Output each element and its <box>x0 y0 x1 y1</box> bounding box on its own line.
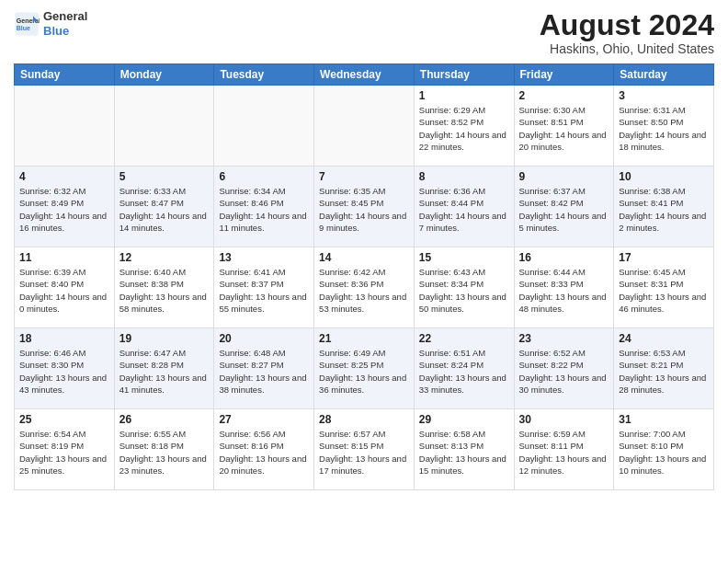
day-cell-3: 3Sunrise: 6:31 AM Sunset: 8:50 PM Daylig… <box>614 86 714 167</box>
day-info: Sunrise: 6:49 AM Sunset: 8:25 PM Dayligh… <box>319 347 409 396</box>
day-cell-5: 5Sunrise: 6:33 AM Sunset: 8:47 PM Daylig… <box>114 167 214 247</box>
week-row-2: 4Sunrise: 6:32 AM Sunset: 8:49 PM Daylig… <box>15 167 714 247</box>
day-cell-6: 6Sunrise: 6:34 AM Sunset: 8:46 PM Daylig… <box>214 167 314 247</box>
day-header-friday: Friday <box>514 64 614 86</box>
day-info: Sunrise: 6:45 AM Sunset: 8:31 PM Dayligh… <box>619 266 709 315</box>
day-cell-15: 15Sunrise: 6:43 AM Sunset: 8:34 PM Dayli… <box>414 247 514 328</box>
day-number: 27 <box>219 413 309 426</box>
day-info: Sunrise: 7:00 AM Sunset: 8:10 PM Dayligh… <box>619 428 709 477</box>
day-info: Sunrise: 6:42 AM Sunset: 8:36 PM Dayligh… <box>319 266 409 315</box>
day-number: 14 <box>319 251 409 264</box>
day-number: 18 <box>19 332 109 345</box>
day-number: 3 <box>619 89 709 102</box>
day-number: 10 <box>619 170 709 183</box>
day-number: 2 <box>519 89 609 102</box>
day-cell-4: 4Sunrise: 6:32 AM Sunset: 8:49 PM Daylig… <box>15 167 115 247</box>
day-number: 13 <box>219 251 309 264</box>
day-number: 6 <box>219 170 309 183</box>
day-cell-9: 9Sunrise: 6:37 AM Sunset: 8:42 PM Daylig… <box>514 167 614 247</box>
page-container: General Blue General Blue August 2024 Ha… <box>0 0 728 563</box>
day-info: Sunrise: 6:31 AM Sunset: 8:50 PM Dayligh… <box>619 104 709 153</box>
day-info: Sunrise: 6:32 AM Sunset: 8:49 PM Dayligh… <box>19 185 109 234</box>
day-info: Sunrise: 6:54 AM Sunset: 8:19 PM Dayligh… <box>19 428 109 477</box>
day-cell-14: 14Sunrise: 6:42 AM Sunset: 8:36 PM Dayli… <box>314 247 415 328</box>
day-info: Sunrise: 6:53 AM Sunset: 8:21 PM Dayligh… <box>619 347 709 396</box>
day-number: 30 <box>519 413 609 426</box>
week-row-3: 11Sunrise: 6:39 AM Sunset: 8:40 PM Dayli… <box>15 247 714 328</box>
day-number: 4 <box>19 170 109 183</box>
empty-cell <box>314 86 415 167</box>
day-number: 12 <box>119 251 210 264</box>
day-number: 25 <box>19 413 109 426</box>
logo-general: General <box>43 9 87 24</box>
day-header-thursday: Thursday <box>414 64 514 86</box>
day-header-sunday: Sunday <box>15 64 115 86</box>
day-number: 21 <box>319 332 409 345</box>
day-info: Sunrise: 6:46 AM Sunset: 8:30 PM Dayligh… <box>19 347 109 396</box>
day-cell-20: 20Sunrise: 6:48 AM Sunset: 8:27 PM Dayli… <box>214 328 314 409</box>
day-cell-19: 19Sunrise: 6:47 AM Sunset: 8:28 PM Dayli… <box>114 328 214 409</box>
day-info: Sunrise: 6:40 AM Sunset: 8:38 PM Dayligh… <box>119 266 210 315</box>
day-number: 7 <box>319 170 409 183</box>
day-info: Sunrise: 6:44 AM Sunset: 8:33 PM Dayligh… <box>519 266 609 315</box>
day-info: Sunrise: 6:58 AM Sunset: 8:13 PM Dayligh… <box>419 428 509 477</box>
day-number: 22 <box>419 332 509 345</box>
day-info: Sunrise: 6:48 AM Sunset: 8:27 PM Dayligh… <box>219 347 309 396</box>
day-info: Sunrise: 6:56 AM Sunset: 8:16 PM Dayligh… <box>219 428 309 477</box>
day-number: 20 <box>219 332 309 345</box>
day-number: 5 <box>119 170 210 183</box>
day-info: Sunrise: 6:41 AM Sunset: 8:37 PM Dayligh… <box>219 266 309 315</box>
day-cell-1: 1Sunrise: 6:29 AM Sunset: 8:52 PM Daylig… <box>414 86 514 167</box>
day-number: 17 <box>619 251 709 264</box>
day-info: Sunrise: 6:29 AM Sunset: 8:52 PM Dayligh… <box>419 104 509 153</box>
day-cell-26: 26Sunrise: 6:55 AM Sunset: 8:18 PM Dayli… <box>114 409 214 490</box>
day-info: Sunrise: 6:34 AM Sunset: 8:46 PM Dayligh… <box>219 185 309 234</box>
day-number: 9 <box>519 170 609 183</box>
day-cell-18: 18Sunrise: 6:46 AM Sunset: 8:30 PM Dayli… <box>15 328 115 409</box>
day-cell-17: 17Sunrise: 6:45 AM Sunset: 8:31 PM Dayli… <box>614 247 714 328</box>
week-row-4: 18Sunrise: 6:46 AM Sunset: 8:30 PM Dayli… <box>15 328 714 409</box>
calendar-table: SundayMondayTuesdayWednesdayThursdayFrid… <box>14 63 714 490</box>
day-info: Sunrise: 6:33 AM Sunset: 8:47 PM Dayligh… <box>119 185 210 234</box>
day-cell-30: 30Sunrise: 6:59 AM Sunset: 8:11 PM Dayli… <box>514 409 614 490</box>
day-number: 15 <box>419 251 509 264</box>
month-year-title: August 2024 <box>540 9 714 41</box>
day-cell-10: 10Sunrise: 6:38 AM Sunset: 8:41 PM Dayli… <box>614 167 714 247</box>
day-info: Sunrise: 6:39 AM Sunset: 8:40 PM Dayligh… <box>19 266 109 315</box>
svg-rect-0 <box>15 12 38 35</box>
day-info: Sunrise: 6:43 AM Sunset: 8:34 PM Dayligh… <box>419 266 509 315</box>
day-cell-25: 25Sunrise: 6:54 AM Sunset: 8:19 PM Dayli… <box>15 409 115 490</box>
day-number: 19 <box>119 332 210 345</box>
day-header-wednesday: Wednesday <box>314 64 415 86</box>
day-info: Sunrise: 6:59 AM Sunset: 8:11 PM Dayligh… <box>519 428 609 477</box>
day-number: 26 <box>119 413 210 426</box>
day-cell-7: 7Sunrise: 6:35 AM Sunset: 8:45 PM Daylig… <box>314 167 415 247</box>
day-cell-24: 24Sunrise: 6:53 AM Sunset: 8:21 PM Dayli… <box>614 328 714 409</box>
header: General Blue General Blue August 2024 Ha… <box>14 9 714 56</box>
day-cell-12: 12Sunrise: 6:40 AM Sunset: 8:38 PM Dayli… <box>114 247 214 328</box>
location-subtitle: Haskins, Ohio, United States <box>540 41 714 56</box>
day-number: 16 <box>519 251 609 264</box>
day-number: 8 <box>419 170 509 183</box>
empty-cell <box>15 86 115 167</box>
day-info: Sunrise: 6:55 AM Sunset: 8:18 PM Dayligh… <box>119 428 210 477</box>
week-row-1: 1Sunrise: 6:29 AM Sunset: 8:52 PM Daylig… <box>15 86 714 167</box>
day-number: 1 <box>419 89 509 102</box>
day-info: Sunrise: 6:47 AM Sunset: 8:28 PM Dayligh… <box>119 347 210 396</box>
title-section: August 2024 Haskins, Ohio, United States <box>540 9 714 56</box>
day-info: Sunrise: 6:57 AM Sunset: 8:15 PM Dayligh… <box>319 428 409 477</box>
day-number: 24 <box>619 332 709 345</box>
day-cell-8: 8Sunrise: 6:36 AM Sunset: 8:44 PM Daylig… <box>414 167 514 247</box>
day-cell-21: 21Sunrise: 6:49 AM Sunset: 8:25 PM Dayli… <box>314 328 415 409</box>
day-header-monday: Monday <box>114 64 214 86</box>
empty-cell <box>214 86 314 167</box>
header-row: SundayMondayTuesdayWednesdayThursdayFrid… <box>15 64 714 86</box>
day-number: 31 <box>619 413 709 426</box>
day-header-saturday: Saturday <box>614 64 714 86</box>
svg-text:Blue: Blue <box>17 25 30 31</box>
day-info: Sunrise: 6:52 AM Sunset: 8:22 PM Dayligh… <box>519 347 609 396</box>
day-info: Sunrise: 6:36 AM Sunset: 8:44 PM Dayligh… <box>419 185 509 234</box>
day-cell-27: 27Sunrise: 6:56 AM Sunset: 8:16 PM Dayli… <box>214 409 314 490</box>
day-cell-22: 22Sunrise: 6:51 AM Sunset: 8:24 PM Dayli… <box>414 328 514 409</box>
day-cell-11: 11Sunrise: 6:39 AM Sunset: 8:40 PM Dayli… <box>15 247 115 328</box>
